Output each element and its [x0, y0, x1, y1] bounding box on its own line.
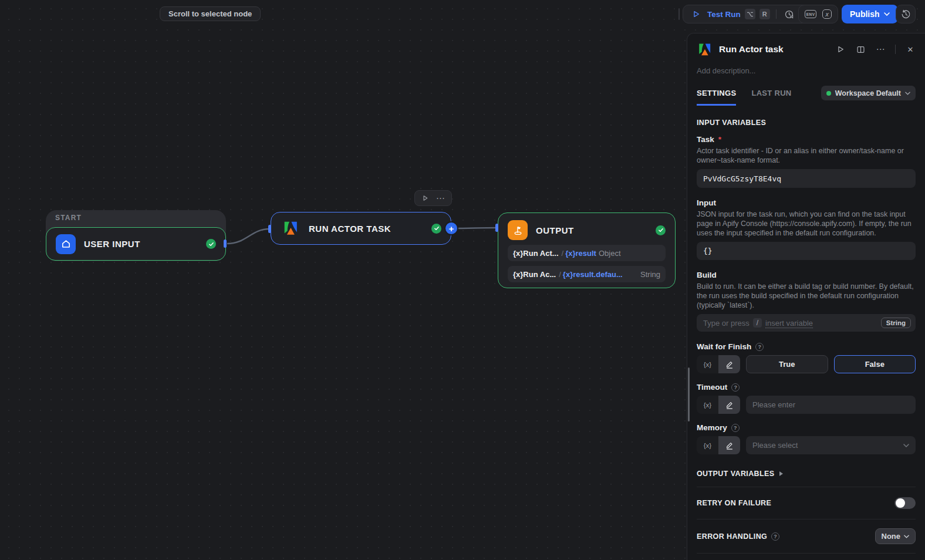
variable-type: Object: [599, 249, 621, 258]
env-variables-icon[interactable]: ENV: [805, 10, 817, 18]
placeholder-text: Type or press: [703, 319, 750, 328]
close-icon[interactable]: ✕: [905, 44, 916, 55]
tab-settings[interactable]: SETTINGS: [697, 89, 736, 106]
node-title: RUN ACTOR TASK: [309, 224, 391, 234]
node-toolbar[interactable]: ⋯: [414, 190, 452, 206]
input-description: JSON input for the task run, which you c…: [697, 210, 916, 238]
timeout-label: Timeout: [697, 383, 727, 392]
fx-icon: {x}: [565, 249, 575, 258]
help-icon[interactable]: ?: [771, 532, 779, 541]
play-icon[interactable]: [689, 7, 703, 21]
global-variables-icon[interactable]: x: [822, 9, 832, 19]
json-input[interactable]: {}: [697, 242, 916, 260]
divider: [776, 9, 777, 19]
scroll-to-node-tooltip[interactable]: Scroll to selected node: [160, 6, 261, 21]
build-description: Build to run. It can be either a build t…: [697, 282, 916, 310]
start-group[interactable]: START USER INPUT: [46, 210, 226, 261]
variable-name: result: [576, 249, 596, 258]
tab-last-run[interactable]: LAST RUN: [751, 89, 791, 106]
variable-name: result.defau...: [573, 270, 623, 279]
node-run-actor-task[interactable]: RUN ACTOR TASK: [271, 212, 451, 245]
fx-toggle-button[interactable]: {x}: [697, 436, 718, 454]
task-label: Task: [697, 135, 714, 144]
output-variable-row[interactable]: {x}Run Act.../{x}resultObject: [508, 245, 666, 261]
help-icon[interactable]: ?: [731, 424, 740, 432]
edit-mode-icon[interactable]: [718, 396, 740, 414]
wait-for-finish-label: Wait for Finish: [697, 342, 751, 351]
fx-icon: {x}: [513, 270, 523, 279]
error-handling-select[interactable]: None: [875, 528, 916, 544]
edit-mode-icon[interactable]: [718, 436, 740, 454]
test-run-button[interactable]: Test Run: [707, 10, 741, 19]
fx-toggle-button[interactable]: {x}: [697, 396, 718, 414]
false-option-button[interactable]: False: [834, 355, 916, 373]
home-icon: [56, 234, 76, 254]
fx-icon: {x}: [563, 270, 573, 279]
chevron-down-icon: [904, 535, 909, 538]
apify-logo-icon: [697, 42, 713, 58]
memory-label: Memory: [697, 423, 727, 432]
add-node-button[interactable]: +: [444, 221, 458, 235]
environment-group[interactable]: ENV x: [798, 5, 838, 23]
source-node-name: Run Ac...: [523, 270, 556, 279]
fx-icon: {x}: [513, 249, 523, 258]
timeout-input[interactable]: Please enter: [746, 396, 916, 414]
more-options-icon[interactable]: ⋯: [436, 194, 445, 203]
publish-button[interactable]: Publish: [842, 5, 898, 23]
more-options-icon[interactable]: ⋯: [875, 44, 886, 55]
edit-mode-icon[interactable]: [718, 355, 740, 373]
version-history-button[interactable]: [896, 5, 916, 23]
output-variable-row[interactable]: {x}Run Ac.../{x}result.defau...String: [508, 266, 666, 282]
status-dot-icon: [826, 91, 831, 96]
retry-toggle[interactable]: [894, 497, 916, 509]
task-description: Actor task identifier - ID or an alias i…: [697, 146, 916, 165]
node-output[interactable]: OUTPUT {x}Run Act.../{x}resultObject {x}…: [498, 212, 676, 288]
success-check-icon: [656, 225, 666, 235]
publish-label: Publish: [850, 9, 880, 19]
type-badge: String: [881, 318, 911, 328]
true-option-button[interactable]: True: [746, 355, 828, 373]
r-key-badge: R: [759, 9, 770, 19]
panel-scrollbar[interactable]: [688, 367, 690, 421]
divider: [697, 553, 916, 554]
slash-key-icon: /: [753, 318, 762, 328]
error-handling-heading: ERROR HANDLING: [697, 532, 767, 541]
insert-variable-link[interactable]: insert variable: [765, 319, 813, 328]
workspace-selector[interactable]: Workspace Default: [821, 86, 916, 100]
memory-select[interactable]: Please select: [746, 436, 916, 454]
help-icon[interactable]: ?: [755, 343, 764, 351]
help-icon[interactable]: ?: [731, 383, 740, 392]
divider: [895, 45, 896, 54]
input-label: Input: [697, 198, 716, 207]
start-group-label: START: [55, 214, 82, 222]
input-variables-heading: INPUT VARIABLES: [697, 119, 916, 127]
port-run-in[interactable]: [268, 225, 271, 233]
run-history-icon[interactable]: [782, 7, 796, 21]
node-settings-panel: Run Actor task ⋯ ✕ Add description... SE…: [687, 33, 925, 560]
port-output-in[interactable]: [495, 224, 498, 232]
apify-logo-icon: [281, 218, 301, 238]
chevron-down-icon: [903, 444, 909, 447]
required-mark: *: [718, 135, 721, 144]
plus-icon: +: [449, 224, 454, 234]
topbar-separator: [678, 8, 680, 20]
chevron-down-icon: [905, 92, 910, 95]
build-input[interactable]: Type or press / insert variable String: [697, 314, 916, 332]
panel-title: Run Actor task: [719, 44, 784, 55]
chevron-down-icon: [884, 12, 890, 16]
play-icon[interactable]: [835, 44, 846, 55]
output-variables-heading: OUTPUT VARIABLES: [697, 470, 775, 478]
edge-userinput-run: [227, 229, 269, 244]
build-label: Build: [697, 271, 717, 279]
output-variables-toggle[interactable]: OUTPUT VARIABLES: [697, 470, 916, 478]
node-user-input[interactable]: USER INPUT: [46, 227, 226, 261]
description-placeholder[interactable]: Add description...: [697, 66, 916, 75]
task-input[interactable]: PvVdGcG5zsyT8E4vq: [697, 169, 916, 188]
retry-on-failure-heading: RETRY ON FAILURE: [697, 499, 771, 507]
fx-toggle-button[interactable]: {x}: [697, 355, 718, 373]
split-view-icon[interactable]: [855, 44, 866, 55]
port-userinput-out[interactable]: [224, 239, 227, 248]
node-title: OUTPUT: [536, 225, 574, 235]
option-key-icon: [745, 9, 755, 19]
run-node-icon[interactable]: [421, 194, 429, 202]
